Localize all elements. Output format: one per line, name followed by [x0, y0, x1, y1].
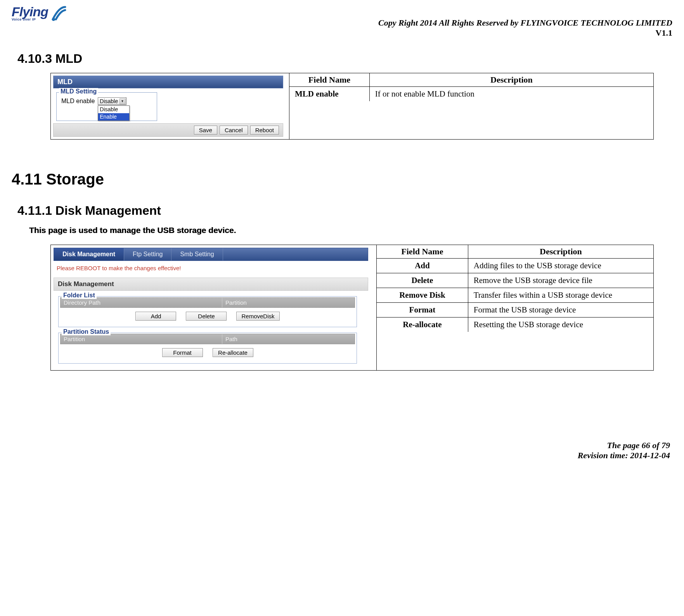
- chevron-down-icon: ▼: [119, 98, 125, 104]
- logo-brand-line1: Flying: [12, 5, 48, 18]
- mld-setting-group: MLD Setting MLD enable Disable ▼ Disable…: [56, 92, 157, 121]
- disk-section-header: Disk Management: [54, 278, 368, 291]
- disk-desc-4: Resetting the USB storage device: [468, 317, 653, 332]
- mld-screenshot: MLD MLD Setting MLD enable Disable ▼ Dis…: [51, 73, 289, 139]
- folder-list-group: Folder List Directory Path Partition Add…: [58, 296, 357, 327]
- section-mld-heading: 4.10.3 MLD: [17, 52, 672, 66]
- revision-time: Revision time: 2014-12-04: [12, 450, 670, 461]
- mld-group-label: MLD Setting: [59, 88, 98, 95]
- wireless-icon: [50, 4, 68, 22]
- logo: Flying Voice over IP: [12, 4, 68, 22]
- disk-row: Disk Management Ftp Setting Smb Setting …: [50, 245, 654, 371]
- page-number: The page 66 of 79: [12, 440, 670, 450]
- tab-disk-management[interactable]: Disk Management: [54, 248, 124, 261]
- mld-select-row: MLD enable Disable ▼ Disable Enable: [61, 97, 152, 105]
- table-row: Remove Disk Transfer files within a USB …: [377, 288, 653, 303]
- header-right: Copy Right 2014 All Rights Reserved by F…: [378, 18, 672, 38]
- disk-desc-3: Format the USB storage device: [468, 303, 653, 317]
- logo-brand-line2: Voice over IP: [12, 17, 36, 21]
- reallocate-button[interactable]: Re-allocate: [213, 348, 253, 357]
- col-path: Path: [222, 334, 241, 344]
- tab-ftp-setting[interactable]: Ftp Setting: [124, 248, 171, 261]
- mld-field-desc: If or not enable MLD function: [369, 87, 653, 102]
- reboot-note: Please REBOOT to make the changes effect…: [54, 261, 368, 278]
- disk-ui-panel: Disk Management Ftp Setting Smb Setting …: [51, 245, 371, 370]
- folder-list-label: Folder List: [62, 292, 97, 299]
- disk-field-3: Format: [377, 303, 468, 317]
- mld-option-disable[interactable]: Disable: [98, 106, 129, 113]
- mld-th-field: Field Name: [289, 73, 369, 87]
- table-row: Add Adding files to the USB storage devi…: [377, 259, 653, 273]
- page-header: Flying Voice over IP Copy Right 2014 All…: [12, 4, 672, 38]
- table-row: Delete Remove the USB storage device fil…: [377, 273, 653, 288]
- mld-banner: MLD: [53, 76, 283, 88]
- mld-footer-buttons: Save Cancel Reboot: [53, 123, 283, 137]
- version-text: V1.1: [378, 28, 672, 38]
- section-disk-heading: 4.11.1 Disk Management: [17, 204, 672, 218]
- add-button[interactable]: Add: [135, 312, 176, 321]
- chapter-storage-heading: 4.11 Storage: [12, 171, 672, 188]
- svg-point-0: [52, 18, 55, 21]
- disk-field-1: Delete: [377, 273, 468, 288]
- partition-status-group: Partition Status Partition Path Format R…: [58, 333, 357, 364]
- disk-screenshot: Disk Management Ftp Setting Smb Setting …: [51, 245, 377, 370]
- delete-button[interactable]: Delete: [186, 312, 227, 321]
- disk-desc-table: Field Name Description Add Adding files …: [377, 245, 653, 370]
- disk-desc-0: Adding files to the USB storage device: [468, 259, 653, 273]
- mld-option-enable[interactable]: Enable: [98, 113, 129, 121]
- mld-row: MLD MLD Setting MLD enable Disable ▼ Dis…: [50, 73, 654, 140]
- mld-select-popup: Disable Enable: [98, 105, 130, 121]
- format-button[interactable]: Format: [162, 348, 203, 357]
- disk-field-0: Add: [377, 259, 468, 273]
- mld-enable-select[interactable]: Disable ▼ Disable Enable: [98, 97, 126, 105]
- col-partition2: Partition: [61, 334, 222, 344]
- removedisk-button[interactable]: RemoveDisk: [236, 312, 279, 321]
- save-button[interactable]: Save: [194, 126, 217, 135]
- tab-smb-setting[interactable]: Smb Setting: [171, 248, 223, 261]
- disk-th-desc: Description: [468, 245, 653, 259]
- mld-ui-panel: MLD MLD Setting MLD enable Disable ▼ Dis…: [51, 73, 286, 139]
- mld-th-desc: Description: [369, 73, 653, 87]
- page-footer: The page 66 of 79 Revision time: 2014-12…: [12, 440, 672, 461]
- disk-desc-1: Remove the USB storage device file: [468, 273, 653, 288]
- partition-header: Partition Path: [60, 334, 355, 344]
- mld-desc-table: Field Name Description MLD enable If or …: [289, 73, 653, 139]
- disk-intro-text: This page is used to manage the USB stor…: [29, 226, 672, 235]
- cancel-button[interactable]: Cancel: [220, 126, 248, 135]
- logo-text: Flying Voice over IP: [12, 5, 48, 21]
- folder-list-header: Directory Path Partition: [60, 297, 355, 308]
- mld-select-value: Disable: [100, 98, 118, 104]
- folder-button-row: Add Delete RemoveDisk: [59, 308, 357, 322]
- partition-button-row: Format Re-allocate: [59, 344, 357, 359]
- table-row: MLD enable If or not enable MLD function: [289, 87, 653, 102]
- mld-field-name: MLD enable: [289, 87, 369, 102]
- partition-status-label: Partition Status: [62, 328, 111, 335]
- tab-bar: Disk Management Ftp Setting Smb Setting: [54, 248, 368, 261]
- table-row: Format Format the USB storage device: [377, 303, 653, 317]
- mld-enable-label: MLD enable: [61, 98, 95, 105]
- col-partition: Partition: [222, 298, 250, 307]
- disk-desc-2: Transfer files within a USB storage devi…: [468, 288, 653, 303]
- col-directory-path: Directory Path: [61, 298, 222, 307]
- reboot-button[interactable]: Reboot: [250, 126, 279, 135]
- copyright-text: Copy Right 2014 All Rights Reserved by F…: [378, 18, 672, 28]
- disk-field-4: Re-allocate: [377, 317, 468, 332]
- disk-field-2: Remove Disk: [377, 288, 468, 303]
- disk-th-field: Field Name: [377, 245, 468, 259]
- table-row: Re-allocate Resetting the USB storage de…: [377, 317, 653, 332]
